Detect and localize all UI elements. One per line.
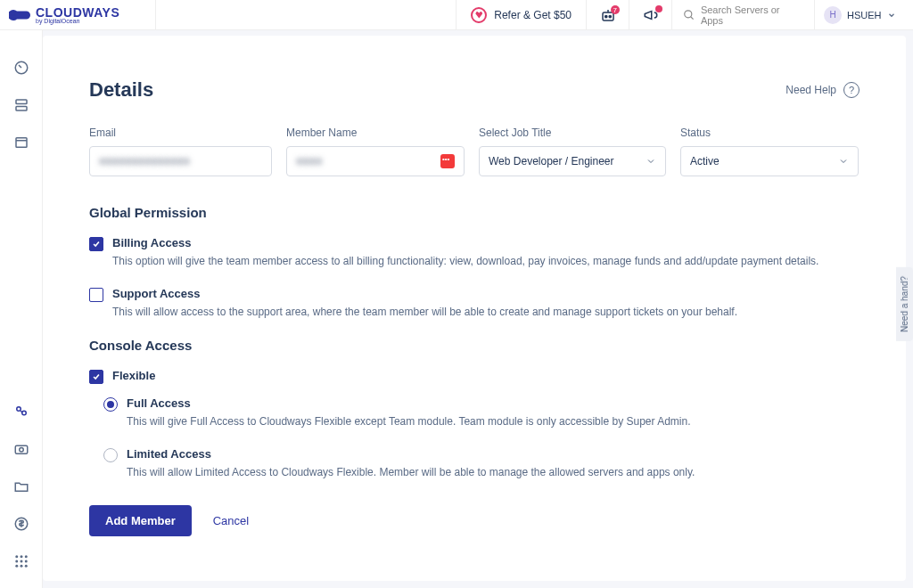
logo[interactable]: CLOUDWAYS by DigitalOcean xyxy=(0,0,156,29)
member-name-label: Member Name xyxy=(286,127,465,139)
svg-point-8 xyxy=(16,407,21,412)
page-title: Details xyxy=(89,78,153,102)
window-icon xyxy=(13,135,29,151)
heart-icon xyxy=(471,7,487,23)
svg-point-14 xyxy=(20,555,22,558)
server-icon xyxy=(13,97,29,113)
nav-dashboard[interactable] xyxy=(11,57,32,78)
camera-icon xyxy=(13,441,29,457)
cloudways-logo-icon xyxy=(9,5,36,25)
email-field[interactable]: ■■■■■■■■■■■■■■ xyxy=(89,146,272,176)
svg-point-15 xyxy=(24,555,27,558)
limited-access-desc: This will allow Limited Access to Cloudw… xyxy=(127,464,695,480)
job-title-label: Select Job Title xyxy=(479,127,666,139)
announcements-button[interactable] xyxy=(629,0,672,29)
svg-point-21 xyxy=(24,565,27,568)
grid-icon xyxy=(13,553,29,569)
search-input[interactable]: Search Servers or Apps xyxy=(672,0,815,29)
svg-rect-5 xyxy=(16,100,27,104)
limited-access-title: Limited Access xyxy=(127,447,695,461)
email-label: Email xyxy=(89,127,272,139)
status-select[interactable]: Active xyxy=(680,146,859,176)
support-access-title: Support Access xyxy=(112,287,737,300)
job-title-value: Web Developer / Engineer xyxy=(489,155,614,167)
billing-access-desc: This option will give the team member ac… xyxy=(112,253,818,269)
chevron-down-icon xyxy=(838,156,849,167)
search-icon xyxy=(683,9,695,21)
nav-monitoring[interactable] xyxy=(11,438,32,460)
billing-access-checkbox[interactable] xyxy=(89,237,103,251)
search-placeholder: Search Servers or Apps xyxy=(701,4,803,26)
svg-point-9 xyxy=(21,411,26,415)
status-value: Active xyxy=(690,155,720,167)
cancel-button[interactable]: Cancel xyxy=(213,514,249,527)
nav-grid[interactable] xyxy=(11,551,32,572)
svg-point-19 xyxy=(15,565,18,568)
team-icon xyxy=(13,404,29,420)
status-label: Status xyxy=(680,127,859,139)
avatar: H xyxy=(824,6,842,24)
svg-rect-6 xyxy=(16,107,27,111)
svg-rect-0 xyxy=(603,12,613,20)
help-tab[interactable]: Need a hand? xyxy=(896,267,913,341)
console-access-heading: Console Access xyxy=(89,338,860,353)
chevron-down-icon xyxy=(646,156,656,167)
svg-point-18 xyxy=(24,560,27,563)
svg-rect-7 xyxy=(16,138,27,148)
refer-label: Refer & Get $50 xyxy=(494,9,572,21)
check-icon xyxy=(92,372,101,381)
billing-access-title: Billing Access xyxy=(112,236,818,249)
svg-point-3 xyxy=(685,10,692,17)
user-name: HSUEH xyxy=(847,10,882,20)
nav-apps[interactable] xyxy=(11,132,32,153)
svg-point-16 xyxy=(15,560,18,563)
flexible-checkbox[interactable] xyxy=(89,370,103,384)
full-access-desc: This will give Full Access to Cloudways … xyxy=(127,413,691,429)
svg-point-2 xyxy=(609,15,611,17)
svg-point-1 xyxy=(605,15,606,17)
nav-servers[interactable] xyxy=(11,94,32,116)
dollar-icon xyxy=(13,516,29,532)
need-help-link[interactable]: Need Help ? xyxy=(786,82,860,98)
help-icon: ? xyxy=(843,82,860,98)
topbar: CLOUDWAYS by DigitalOcean Refer & Get $5… xyxy=(0,0,913,30)
check-icon xyxy=(92,240,101,249)
chatbot-button[interactable]: 7 xyxy=(587,0,629,29)
main-panel: Details Need Help ? Email ■■■■■■■■■■■■■■… xyxy=(43,36,906,581)
user-menu[interactable]: H HSUEH xyxy=(815,0,913,29)
lastpass-icon[interactable] xyxy=(440,154,455,168)
notif-badge: 7 xyxy=(611,5,620,14)
flexible-title: Flexible xyxy=(112,369,155,382)
full-access-title: Full Access xyxy=(127,396,691,410)
refer-link[interactable]: Refer & Get $50 xyxy=(456,0,587,29)
limited-access-radio[interactable] xyxy=(103,448,118,462)
nav-billing[interactable] xyxy=(11,513,32,535)
svg-point-20 xyxy=(20,565,22,568)
need-help-label: Need Help xyxy=(786,84,836,96)
support-access-desc: This will allow access to the support ar… xyxy=(112,304,737,320)
add-member-button[interactable]: Add Member xyxy=(89,505,192,536)
folder-icon xyxy=(13,478,29,494)
announce-dot xyxy=(655,5,662,12)
svg-point-11 xyxy=(19,448,23,453)
nav-projects[interactable] xyxy=(11,476,32,497)
chevron-down-icon xyxy=(887,11,896,20)
left-nav xyxy=(0,30,43,588)
support-access-checkbox[interactable] xyxy=(89,288,103,302)
member-name-field[interactable]: ■■■■ xyxy=(286,146,465,176)
full-access-radio[interactable] xyxy=(103,397,118,412)
svg-point-17 xyxy=(20,560,22,563)
job-title-select[interactable]: Web Developer / Engineer xyxy=(479,146,666,176)
global-permission-heading: Global Permission xyxy=(89,205,860,220)
nav-team[interactable] xyxy=(11,401,32,422)
svg-rect-10 xyxy=(15,445,28,453)
svg-point-13 xyxy=(15,555,18,558)
gauge-icon xyxy=(13,60,29,76)
